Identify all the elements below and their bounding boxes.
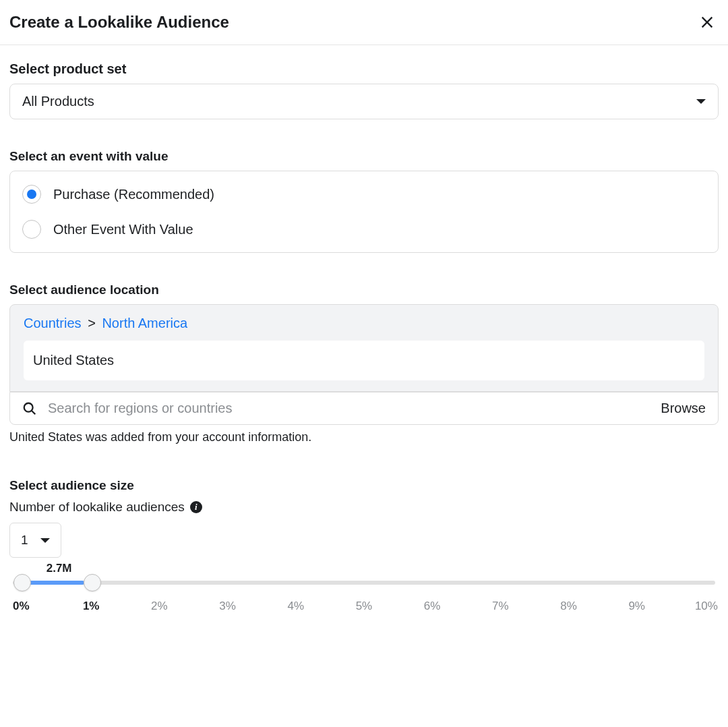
dialog-title: Create a Lookalike Audience (9, 13, 229, 32)
caret-down-icon (696, 99, 706, 104)
browse-button[interactable]: Browse (661, 401, 706, 416)
event-option-label: Other Event With Value (53, 222, 193, 237)
audience-count-value: 1 (21, 533, 28, 548)
svg-line-3 (32, 411, 35, 414)
slider-tick: 9% (627, 600, 647, 613)
slider-tick: 3% (218, 600, 238, 613)
audience-size-slider: 2.7M 0% 1% 2% 3% 4% 5% 6% 7% 8% 9% 10% (9, 581, 719, 613)
caret-down-icon (40, 538, 50, 543)
slider-tick: 4% (286, 600, 306, 613)
slider-ticks: 0% 1% 2% 3% 4% 5% 6% 7% 8% 9% 10% (13, 600, 715, 613)
dialog-content: Select product set All Products Select a… (0, 45, 728, 633)
product-set-section: Select product set All Products (9, 61, 719, 119)
close-icon (700, 15, 715, 30)
location-label: Select audience location (9, 283, 719, 297)
product-set-value: All Products (22, 94, 94, 109)
slider-tick: 10% (695, 600, 715, 613)
info-icon[interactable]: i (190, 501, 202, 513)
slider-tick: 8% (559, 600, 579, 613)
slider-value-label: 2.7M (47, 562, 72, 575)
location-search-row: Browse (9, 392, 719, 425)
event-section: Select an event with value Purchase (Rec… (9, 149, 719, 253)
radio-icon (22, 220, 41, 239)
location-box: Countries > North America United States (9, 304, 719, 392)
breadcrumb-countries[interactable]: Countries (24, 316, 82, 330)
event-option-label: Purchase (Recommended) (53, 187, 214, 202)
slider-tick: 6% (422, 600, 442, 613)
product-set-label: Select product set (9, 61, 719, 77)
slider-track (13, 581, 715, 585)
location-selected-item[interactable]: United States (24, 341, 704, 380)
slider-handle-end[interactable] (84, 574, 101, 591)
size-sublabel-row: Number of lookalike audiences i (9, 500, 719, 515)
size-label: Select audience size (9, 478, 719, 493)
radio-icon (22, 185, 41, 204)
breadcrumb-region[interactable]: North America (102, 316, 187, 330)
location-helper-text: United States was added from your accoun… (9, 430, 719, 444)
close-button[interactable] (697, 12, 717, 32)
event-option-purchase[interactable]: Purchase (Recommended) (22, 179, 706, 212)
audience-count-select[interactable]: 1 (9, 523, 61, 558)
svg-point-2 (24, 403, 33, 411)
event-radio-group: Purchase (Recommended) Other Event With … (9, 171, 719, 253)
breadcrumb-separator: > (88, 316, 96, 330)
slider-tick: 0% (13, 600, 33, 613)
location-section: Select audience location Countries > Nor… (9, 283, 719, 444)
audience-size-section: Select audience size Number of lookalike… (9, 478, 719, 613)
search-icon (22, 401, 37, 416)
slider-tick: 5% (354, 600, 374, 613)
event-label: Select an event with value (9, 149, 719, 164)
slider-tick: 2% (149, 600, 169, 613)
slider-tick: 7% (490, 600, 510, 613)
slider-handle-start[interactable] (13, 574, 31, 591)
event-option-other[interactable]: Other Event With Value (22, 212, 706, 244)
dialog-header: Create a Lookalike Audience (0, 0, 728, 45)
slider-tick: 1% (81, 600, 101, 613)
size-sublabel: Number of lookalike audiences (9, 500, 185, 515)
location-search-input[interactable] (48, 401, 653, 416)
product-set-select[interactable]: All Products (9, 84, 719, 119)
location-breadcrumb: Countries > North America (24, 316, 704, 331)
